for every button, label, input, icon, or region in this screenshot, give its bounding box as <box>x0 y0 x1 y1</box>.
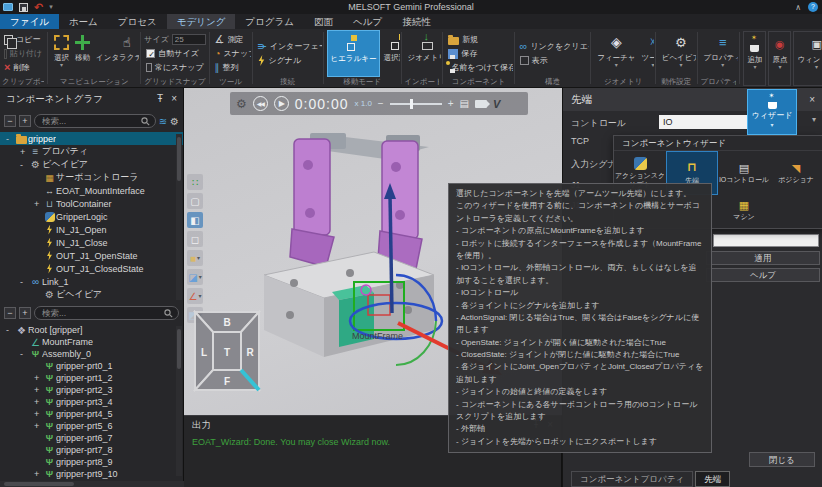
tree-item-part[interactable]: gripper-prt7_8 <box>0 444 183 456</box>
collapse-ribbon-icon[interactable]: ∧ <box>795 3 801 12</box>
zoom-fit-icon[interactable]: ∷ <box>187 174 203 190</box>
tree-expander[interactable]: + <box>34 373 43 383</box>
tab-connectivity[interactable]: 接続性 <box>392 14 441 29</box>
clip-plane-icon[interactable]: ◪▾ <box>187 269 203 285</box>
signal-button[interactable]: シグナル <box>255 54 319 67</box>
tab-drawing[interactable]: 図面 <box>304 14 343 29</box>
tree-expander[interactable]: - <box>20 160 29 170</box>
pin-icon[interactable]: Ŧ <box>157 94 163 104</box>
tab-home[interactable]: ホーム <box>59 14 108 29</box>
saveas-component-button[interactable]: 名前をつけて保存 <box>446 61 511 74</box>
tree-item-part[interactable]: +gripper-prt3_4 <box>0 396 183 408</box>
tree-item-tool-container[interactable]: +ToolContainer <box>0 197 183 210</box>
close-icon[interactable]: × <box>171 94 177 104</box>
window-button[interactable]: ▣ウィンドウ▾ <box>793 31 822 86</box>
paste-button[interactable]: 貼り付け <box>2 47 44 60</box>
tab-tip[interactable]: 先端 <box>695 471 730 487</box>
tree-expander[interactable]: + <box>34 385 43 395</box>
tree-item-properties[interactable]: +プロパティ <box>0 145 183 158</box>
tab-file[interactable]: ファイル <box>0 14 59 29</box>
tab-program[interactable]: プログラム <box>235 14 304 29</box>
filter-icon[interactable]: ≋ <box>159 116 167 127</box>
view-orientation-icon[interactable]: ◧ <box>187 212 203 228</box>
select-button[interactable]: 選択▾ <box>51 30 72 77</box>
geometry-tools-button[interactable]: ☓ツール▾ <box>638 30 653 77</box>
tree-item-part[interactable]: gripper-prt8_9 <box>0 456 183 468</box>
properties-button[interactable]: ≡プロパティ▾ <box>701 30 738 77</box>
close-icon[interactable]: × <box>809 95 815 105</box>
tree-item-gripper-logic[interactable]: GripperLogic <box>0 210 183 223</box>
tree-expander[interactable]: + <box>34 421 43 431</box>
help-button[interactable]: ヘルプ <box>706 268 820 282</box>
tree-item-out-j1-closedstate[interactable]: OUT_J1_ClosedState <box>0 262 183 275</box>
help-icon[interactable]: ? <box>808 2 818 12</box>
horizontal-scrollbar[interactable] <box>0 481 184 487</box>
slider-handle[interactable] <box>410 99 413 109</box>
speed-increase-button[interactable]: + <box>448 98 454 109</box>
speed-decrease-button[interactable]: − <box>378 98 384 109</box>
tree-item-mountframe[interactable]: MountFrame <box>0 336 183 348</box>
frame-selection-icon[interactable]: ▢ <box>187 193 203 209</box>
interactive-button[interactable]: ☝インタラクティブ <box>93 30 139 77</box>
navigation-cube[interactable]: B L T R F <box>193 310 261 392</box>
play-button[interactable]: ▶ <box>274 96 289 111</box>
tree-expander[interactable]: - <box>6 134 15 144</box>
hierarchy-mode-button[interactable]: ヒエラルキー <box>327 30 381 77</box>
tree-expander[interactable]: - <box>20 277 29 287</box>
rewind-button[interactable]: ◀◀ <box>253 96 268 111</box>
tree-item-root[interactable]: -Root [gripper] <box>0 324 183 336</box>
tree-item-part[interactable]: +gripper-prt5_6 <box>0 420 183 432</box>
tree-item-servo-controller[interactable]: サーボコントローラ <box>0 171 183 184</box>
add-button[interactable]: 追加▾ <box>743 31 766 86</box>
record-video-icon[interactable] <box>475 100 487 108</box>
panel-settings-gear-icon[interactable]: ⚙ <box>170 116 179 127</box>
playback-settings-gear-icon[interactable]: ⚙ <box>236 97 247 111</box>
tree-item-part[interactable]: +gripper-prt1_2 <box>0 372 183 384</box>
create-link-button[interactable]: ∞リンクをクリエイト <box>518 40 588 53</box>
search-input[interactable] <box>40 307 161 319</box>
interface-button[interactable]: ⋔インターフェース <box>255 40 319 53</box>
grid-size-input[interactable] <box>172 34 206 45</box>
tree-expander[interactable]: + <box>20 147 29 157</box>
search-box[interactable] <box>34 114 156 128</box>
tree-item-link-behavior[interactable]: ビヘイビア <box>0 288 183 301</box>
tree-item-assembly-0[interactable]: -Assembly_0 <box>0 348 183 360</box>
apply-button[interactable]: 適用 <box>706 251 820 265</box>
tree-expander[interactable]: + <box>34 397 43 407</box>
feature-button[interactable]: ◈フィーチャ▾ <box>594 30 638 77</box>
measure-button[interactable]: ∡測定 <box>213 33 249 46</box>
expand-all-button[interactable]: + <box>19 307 31 319</box>
always-snap-checkbox[interactable] <box>146 63 152 72</box>
control-combobox[interactable]: IO <box>659 115 747 129</box>
tree-item-link-1[interactable]: -Link_1 <box>0 275 183 288</box>
tree-scrollbar[interactable] <box>176 326 182 476</box>
delete-button[interactable]: ×削除 <box>2 61 44 74</box>
copy-button[interactable]: コピー <box>2 33 44 46</box>
collapse-all-button[interactable]: − <box>4 115 16 127</box>
tab-process[interactable]: プロセス <box>108 14 167 29</box>
new-component-button[interactable]: 新規 <box>446 33 511 46</box>
combobox-dropdown-icon[interactable]: ▾ <box>812 115 816 124</box>
value-field[interactable] <box>713 234 819 247</box>
align-button[interactable]: ∥整列 <box>213 61 249 74</box>
tree-expander[interactable]: + <box>34 199 43 209</box>
snap-button[interactable]: ◔スナップ <box>213 47 249 60</box>
tree-item-behavior[interactable]: -ビヘイビア <box>0 158 183 171</box>
behavior-button[interactable]: ⚙ビヘイビア▾ <box>659 30 696 77</box>
tree-expander[interactable]: + <box>34 469 43 479</box>
collapse-all-button[interactable]: − <box>4 307 16 319</box>
tree-item-gripper[interactable]: -gripper <box>0 132 183 145</box>
wizard-item-machine[interactable]: ▦マシン <box>718 195 770 225</box>
wizard-item-positioner[interactable]: ◥ポジショナ <box>770 151 822 195</box>
axes-icon[interactable]: ∠▾ <box>187 288 203 304</box>
wizard-button[interactable]: ウィザード ▾ <box>747 89 797 135</box>
tree-scrollbar[interactable] <box>176 134 182 300</box>
tree-item-part[interactable]: gripper-prt6_7 <box>0 432 183 444</box>
tab-component-properties[interactable]: コンポーネントプロパティ <box>571 471 693 487</box>
geometry-import-button[interactable]: ジオメトリ <box>404 30 441 77</box>
tab-modeling[interactable]: モデリング <box>167 14 236 29</box>
tree-item-part[interactable]: gripper-prt0_1 <box>0 360 183 372</box>
solid-box-icon[interactable]: ■▾ <box>187 250 203 266</box>
tree-expander[interactable]: - <box>20 349 29 359</box>
tree-item-part[interactable]: +gripper-prt9_10 <box>0 468 183 480</box>
